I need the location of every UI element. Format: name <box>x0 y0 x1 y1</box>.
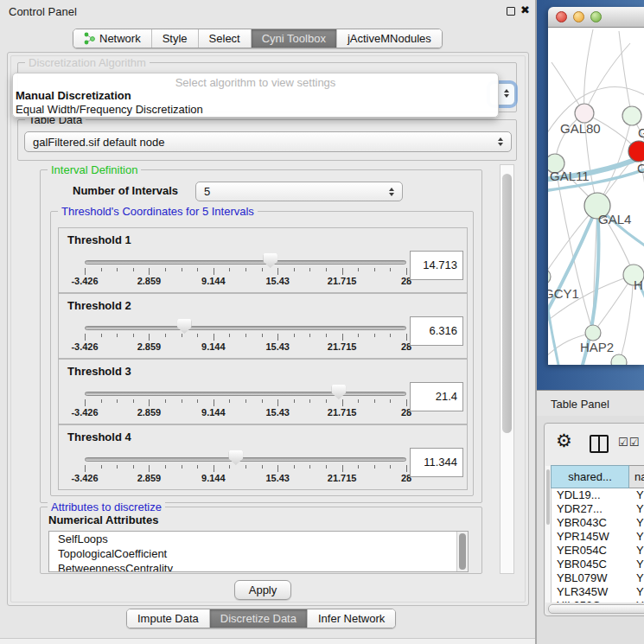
tick-label: 2.859 <box>137 341 162 352</box>
threshold-value-field[interactable]: 11.344 <box>410 448 463 477</box>
threshold-slider[interactable]: -3.4262.8599.14415.4321.71528 <box>85 294 406 358</box>
panel-vertical-scrollbar[interactable] <box>500 164 514 574</box>
tab-discretize-data[interactable]: Discretize Data <box>210 609 308 628</box>
table-row[interactable]: YDL19... YDL1 <box>552 488 644 502</box>
select-columns-icons[interactable]: ☑☑ <box>618 436 640 449</box>
slider-ticks <box>85 465 406 473</box>
list-vertical-scrollbar[interactable] <box>456 532 468 571</box>
close-icon[interactable]: ✖ <box>520 3 530 16</box>
tab-select[interactable]: Select <box>199 29 252 48</box>
tick-mark <box>182 334 182 337</box>
slider-thumb[interactable] <box>228 450 243 465</box>
scrollbar-thumb[interactable] <box>459 533 466 570</box>
cell-shared-name[interactable]: YDL19... <box>552 488 630 502</box>
cell-name[interactable]: YBL0 <box>630 571 644 585</box>
network-window: GAL80 GA C GAL11 GAL4 GCY1 H HAP2 <box>548 7 644 365</box>
slider-thumb[interactable] <box>263 253 277 268</box>
dropdown-option-manual[interactable]: Manual Discretization <box>13 89 498 103</box>
slider-track[interactable] <box>85 260 406 265</box>
tick-mark <box>342 399 343 406</box>
threshold-value-field[interactable]: 6.316 <box>410 316 463 346</box>
table-left-scrollbar[interactable] <box>545 466 551 603</box>
column-header-shared-name[interactable]: shared... <box>551 465 629 488</box>
node-top-right[interactable] <box>622 106 641 125</box>
dropdown-placeholder-option[interactable]: Select algorithm to view settings <box>13 73 498 89</box>
threshold-value-field[interactable]: 21.4 <box>410 382 463 411</box>
tab-style[interactable]: Style <box>152 29 199 48</box>
threshold-slider[interactable]: -3.4262.8599.14415.4321.71528 <box>85 360 406 424</box>
node-red-selected[interactable] <box>628 141 644 162</box>
tick-mark <box>182 399 182 403</box>
table-row[interactable]: YLR345W YLR3 <box>552 585 644 599</box>
attribute-list-item[interactable]: SelfLoops <box>49 532 468 546</box>
slider-track[interactable] <box>85 392 406 396</box>
threshold-slider[interactable]: -3.4262.8599.14415.4321.71528 <box>85 228 406 292</box>
float-window-icon[interactable] <box>507 7 515 16</box>
tab-impute-data[interactable]: Impute Data <box>127 609 210 628</box>
tab-cyni-toolbox[interactable]: Cyni Toolbox <box>252 29 337 48</box>
threshold-box: Threshold 1 -3.4262.8599.14415.4321.7152… <box>58 227 468 293</box>
slider-track[interactable] <box>85 326 406 330</box>
close-traffic-light-icon[interactable] <box>556 11 567 22</box>
table-row[interactable]: YPR145W YPR1 <box>552 530 644 544</box>
split-columns-icon[interactable] <box>590 435 609 453</box>
tick-label: 21.715 <box>328 276 357 286</box>
dropdown-option-equal-width[interactable]: Equal Width/Frequency Discretization <box>13 103 498 117</box>
attribute-list-item[interactable]: BetweennessCentrality <box>49 561 468 572</box>
scrollbar-thumb[interactable] <box>546 469 550 525</box>
tab-network[interactable]: Network <box>73 29 152 48</box>
cell-shared-name[interactable]: YPR145W <box>552 530 630 544</box>
tick-label: 15.43 <box>265 407 290 418</box>
scrollbar-thumb[interactable] <box>548 604 644 614</box>
slider-thumb[interactable] <box>331 385 346 399</box>
scrollbar-thumb[interactable] <box>502 174 512 433</box>
tick-mark <box>358 334 359 337</box>
cell-name[interactable]: YBR0 <box>630 516 644 530</box>
zoom-traffic-light-icon[interactable] <box>590 11 602 22</box>
number-of-intervals-combobox[interactable]: 5 <box>195 182 403 201</box>
network-window-titlebar[interactable] <box>548 7 644 28</box>
cell-shared-name[interactable]: YER054C <box>552 544 630 558</box>
tick-label: 9.144 <box>201 473 226 483</box>
table-horizontal-scrollbar[interactable] <box>545 603 644 615</box>
node-gal80[interactable] <box>575 104 594 123</box>
cell-name[interactable]: YBR0 <box>630 558 644 571</box>
threshold-value-field[interactable]: 14.713 <box>410 251 463 280</box>
table-row[interactable]: YBR043C YBR0 <box>552 516 644 530</box>
slider-track[interactable] <box>85 457 406 462</box>
bottom-tab-bar: Impute Data Discretize Data Infer Networ… <box>126 609 396 628</box>
node-hap2[interactable] <box>585 325 601 341</box>
tick-mark <box>101 465 102 469</box>
numerical-attributes-list[interactable]: SelfLoopsTopologicalCoefficientBetweenne… <box>48 531 469 572</box>
cell-shared-name[interactable]: YBR045C <box>552 558 630 571</box>
cell-shared-name[interactable]: YLR345W <box>552 585 630 599</box>
cell-shared-name[interactable]: YBR043C <box>552 516 630 530</box>
table-row[interactable]: YDR27... YDR2 <box>552 502 644 516</box>
cell-name[interactable]: YER0 <box>630 544 644 558</box>
slider-tick-labels: -3.4262.8599.14415.4321.71528 <box>85 407 406 418</box>
node-bottom[interactable] <box>611 354 627 365</box>
minimize-traffic-light-icon[interactable] <box>573 11 584 22</box>
table-row[interactable]: YBL079W YBL0 <box>552 571 644 585</box>
tab-jactivemnodules[interactable]: jActiveMNodules <box>337 29 442 48</box>
cell-name[interactable]: YLR3 <box>630 585 644 599</box>
table-row[interactable]: YBR045C YBR0 <box>552 558 644 571</box>
network-canvas[interactable]: GAL80 GA C GAL11 GAL4 GCY1 H HAP2 <box>548 28 644 365</box>
tab-infer-network[interactable]: Infer Network <box>308 609 395 628</box>
threshold-slider[interactable]: -3.4262.8599.14415.4321.71528 <box>85 425 406 489</box>
cell-name[interactable]: YDL1 <box>630 488 644 502</box>
cell-name[interactable]: YPR1 <box>630 530 644 544</box>
cell-name[interactable]: YDR2 <box>630 502 644 516</box>
table-data-combobox[interactable]: galFiltered.sif default node <box>24 131 512 152</box>
gear-icon[interactable]: ⚙ <box>556 430 572 451</box>
attribute-list-item[interactable]: TopologicalCoefficient <box>49 546 468 561</box>
table-row[interactable]: YER054C YER0 <box>552 544 644 558</box>
combo-arrows-icon <box>389 188 394 196</box>
apply-button[interactable]: Apply <box>234 580 291 600</box>
tick-mark <box>262 268 263 271</box>
column-header-name[interactable]: na <box>629 465 644 488</box>
cell-shared-name[interactable]: YBL079W <box>552 571 630 585</box>
slider-thumb[interactable] <box>177 319 192 334</box>
cell-shared-name[interactable]: YDR27... <box>552 502 630 516</box>
node-gcy1[interactable] <box>548 269 551 284</box>
